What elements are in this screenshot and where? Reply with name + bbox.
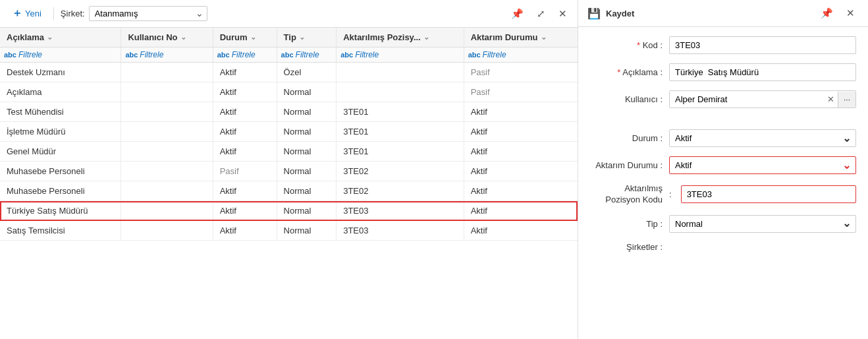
kullanici-input[interactable] bbox=[670, 91, 824, 108]
abc-icon-5: abc bbox=[340, 51, 353, 59]
left-panel: ＋ Yeni Şirket: Atanmamış 📌 ⤢ ✕ bbox=[0, 0, 578, 339]
abc-icon-6: abc bbox=[468, 51, 481, 59]
sirketler-label: Şirketler : bbox=[590, 242, 663, 252]
table-header-row: Açıklama ⌄ Kullanıcı No ⌄ Durum ⌄ bbox=[0, 28, 578, 47]
durum-form-label: Durum : bbox=[590, 133, 663, 143]
right-close-button[interactable]: ✕ bbox=[842, 5, 859, 21]
table-row[interactable]: AçıklamaAktifNormalPasif bbox=[0, 82, 578, 102]
toolbar-actions: 📌 ⤢ ✕ bbox=[507, 6, 571, 22]
new-button[interactable]: ＋ Yeni bbox=[7, 4, 47, 23]
form-row-aktarim-durumu: Aktarım Durumu : Aktif Pasif bbox=[590, 156, 856, 174]
required-star-kod: * bbox=[637, 40, 640, 50]
divider bbox=[53, 7, 54, 20]
table-container: Açıklama ⌄ Kullanıcı No ⌄ Durum ⌄ bbox=[0, 28, 578, 339]
filter-label-6: Filtrele bbox=[483, 50, 506, 59]
col-aciklama[interactable]: Açıklama ⌄ bbox=[0, 28, 121, 47]
save-icon: 💾 bbox=[587, 7, 601, 20]
sort-icon-aktarim: ⌄ bbox=[541, 33, 547, 42]
aciklama-input[interactable] bbox=[669, 63, 856, 81]
table-row[interactable]: Satış TemsilcisiAktifNormal3TE03Aktif bbox=[0, 221, 578, 241]
table-row[interactable]: İşletme MüdürüAktifNormal3TE01Aktif bbox=[0, 122, 578, 142]
col-kullanici-no[interactable]: Kullanıcı No ⌄ bbox=[121, 28, 213, 47]
kullanici-label: Kullanıcı : bbox=[590, 94, 663, 104]
filter-row: abc Filtrele abc Filtrele abc F bbox=[0, 47, 578, 63]
sort-icon-kullanici: ⌄ bbox=[180, 33, 186, 42]
right-header-actions: 📌 ✕ bbox=[817, 5, 859, 21]
colon: : bbox=[669, 189, 672, 199]
kod-input[interactable] bbox=[669, 36, 856, 54]
table-row[interactable]: Muhasebe PersoneliPasifNormal3TE02Aktif bbox=[0, 162, 578, 181]
filter-aktarim: abc Filtrele bbox=[464, 47, 578, 63]
plus-icon: ＋ bbox=[12, 7, 22, 20]
form-row-tip: Tip : Normal Özel bbox=[590, 215, 856, 233]
table-row[interactable]: Genel MüdürAktifNormal3TE01Aktif bbox=[0, 142, 578, 162]
abc-icon-2: abc bbox=[125, 51, 138, 59]
tip-select[interactable]: Normal Özel bbox=[669, 215, 856, 233]
form-body: * Kod : * Açıklama : Kullanıcı : ✕ ··· D… bbox=[578, 27, 868, 339]
abc-icon-1: abc bbox=[4, 51, 16, 59]
company-label: Şirket: bbox=[61, 9, 85, 18]
aktarim-durumu-select[interactable]: Aktif Pasif bbox=[669, 156, 856, 174]
filter-label-5: Filtrele bbox=[355, 50, 379, 59]
abc-icon-3: abc bbox=[217, 51, 230, 59]
close-button[interactable]: ✕ bbox=[555, 6, 571, 22]
col-aktarim-durumu[interactable]: Aktarım Durumu ⌄ bbox=[464, 28, 578, 47]
aktarim-durumu-label: Aktarım Durumu : bbox=[590, 160, 663, 170]
filter-kullanici: abc Filtrele bbox=[121, 47, 213, 63]
kullanici-browse-button[interactable]: ··· bbox=[838, 92, 855, 108]
sort-icon-pozisyon: ⌄ bbox=[423, 33, 429, 42]
expand-button[interactable]: ⤢ bbox=[533, 6, 549, 22]
kod-label: * Kod : bbox=[590, 40, 663, 50]
right-pin-button[interactable]: 📌 bbox=[817, 5, 837, 21]
toolbar: ＋ Yeni Şirket: Atanmamış 📌 ⤢ ✕ bbox=[0, 0, 578, 28]
tip-label: Tip : bbox=[590, 219, 663, 229]
sort-icon-durum: ⌄ bbox=[250, 33, 256, 42]
form-row-aktarilmis-pozisyon: AktarılmışPozisyon Kodu : bbox=[590, 183, 856, 206]
kullanici-clear-button[interactable]: ✕ bbox=[824, 92, 838, 106]
data-table: Açıklama ⌄ Kullanıcı No ⌄ Durum ⌄ bbox=[0, 28, 578, 241]
right-header-title: 💾 Kaydet bbox=[587, 7, 634, 20]
filter-label-2: Filtrele bbox=[140, 50, 163, 59]
sort-icon-tip: ⌄ bbox=[299, 33, 305, 42]
company-select-wrapper: Atanmamış bbox=[89, 6, 207, 21]
aktarim-durumu-select-wrap: Aktif Pasif bbox=[669, 156, 856, 174]
form-row-aciklama: * Açıklama : bbox=[590, 63, 856, 81]
table-row[interactable]: Muhasebe PersoneliAktifNormal3TE02Aktif bbox=[0, 181, 578, 201]
aktarilmis-pozisyon-input[interactable] bbox=[681, 185, 856, 203]
tip-select-wrap: Normal Özel bbox=[669, 215, 856, 233]
table-row[interactable]: Destek UzmanıAktifÖzelPasif bbox=[0, 63, 578, 82]
right-panel: 💾 Kaydet 📌 ✕ * Kod : * Açıklama : Kullan… bbox=[578, 0, 868, 339]
filter-pozisyon: abc Filtrele bbox=[337, 47, 464, 63]
company-section: Şirket: Atanmamış bbox=[61, 6, 207, 21]
company-select[interactable]: Atanmamış bbox=[89, 6, 207, 21]
spacer-1 bbox=[590, 117, 856, 120]
table-body: Destek UzmanıAktifÖzelPasifAçıklamaAktif… bbox=[0, 63, 578, 241]
filter-label-3: Filtrele bbox=[232, 50, 256, 59]
right-panel-title: Kaydet bbox=[606, 9, 634, 18]
sort-icon-aciklama: ⌄ bbox=[47, 33, 53, 42]
aktarilmis-pozisyon-label: AktarılmışPozisyon Kodu bbox=[590, 183, 663, 206]
durum-select[interactable]: Aktif Pasif bbox=[669, 129, 856, 147]
kullanici-input-wrap: ✕ ··· bbox=[669, 90, 856, 108]
right-header: 💾 Kaydet 📌 ✕ bbox=[578, 0, 868, 27]
form-row-kullanici: Kullanıcı : ✕ ··· bbox=[590, 90, 856, 108]
filter-durum: abc Filtrele bbox=[213, 47, 277, 63]
required-star-aciklama: * bbox=[617, 67, 620, 77]
filter-label-4: Filtrele bbox=[296, 50, 319, 59]
new-label: Yeni bbox=[25, 9, 41, 18]
col-aktarilmis-pozisyon[interactable]: Aktarılmış Pozisy... ⌄ bbox=[337, 28, 464, 47]
form-row-durum: Durum : Aktif Pasif bbox=[590, 129, 856, 147]
aciklama-label: * Açıklama : bbox=[590, 67, 663, 77]
durum-select-wrap: Aktif Pasif bbox=[669, 129, 856, 147]
table-row[interactable]: Test MühendisiAktifNormal3TE01Aktif bbox=[0, 102, 578, 122]
filter-tip: abc Filtrele bbox=[277, 47, 337, 63]
col-durum[interactable]: Durum ⌄ bbox=[213, 28, 277, 47]
form-row-kod: * Kod : bbox=[590, 36, 856, 54]
abc-icon-4: abc bbox=[281, 51, 294, 59]
filter-aciklama: abc Filtrele bbox=[0, 47, 121, 63]
form-row-sirketler: Şirketler : bbox=[590, 242, 856, 252]
col-tip[interactable]: Tip ⌄ bbox=[277, 28, 337, 47]
filter-label-1: Filtrele bbox=[18, 50, 42, 59]
table-row[interactable]: Türkiye Satış MüdürüAktifNormal3TE03Akti… bbox=[0, 201, 578, 221]
pin-button[interactable]: 📌 bbox=[507, 6, 528, 22]
